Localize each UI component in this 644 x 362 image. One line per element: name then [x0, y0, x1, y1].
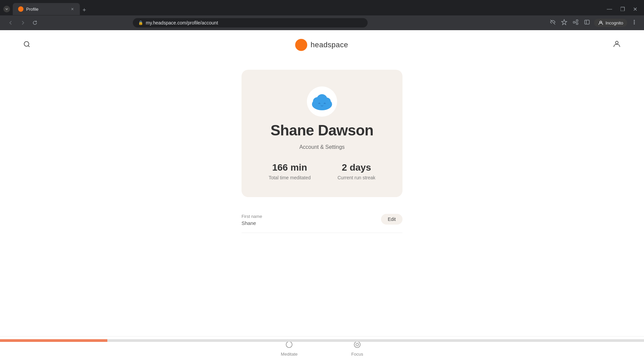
form-area: First name Shane Edit [241, 207, 402, 233]
svg-point-9 [24, 42, 29, 46]
focus-icon [353, 341, 361, 350]
back-btn[interactable] [5, 17, 16, 28]
svg-point-17 [356, 343, 359, 346]
meditate-icon [285, 341, 293, 350]
reload-btn[interactable] [30, 17, 40, 28]
tab-title: Profile [26, 7, 68, 12]
user-name: Shane Dawson [271, 122, 374, 139]
meditate-label: Meditate [281, 352, 298, 357]
page-content: headspace [0, 30, 644, 362]
nav-meditate[interactable]: Meditate [281, 341, 298, 357]
logo-text: headspace [311, 41, 348, 49]
bottom-section: First name Shane Edit [0, 197, 644, 233]
edit-button[interactable]: Edit [381, 214, 402, 225]
eye-slash-icon[interactable] [548, 18, 557, 28]
tab-bar-right: — ❐ ✕ [604, 5, 644, 14]
first-name-value: Shane [241, 220, 262, 226]
stats-row: 166 min Total time meditated 2 days Curr… [269, 162, 375, 180]
nav-buttons [5, 17, 40, 28]
stat-streak: 2 days Current run streak [337, 162, 375, 180]
url-bar[interactable]: 🔒 my.headspace.com/profile/account [133, 18, 368, 27]
svg-marker-0 [561, 19, 567, 25]
first-name-row: First name Shane Edit [241, 207, 402, 233]
active-tab[interactable]: Profile × [13, 3, 80, 15]
tab-group: Profile × + [13, 3, 89, 15]
svg-rect-1 [573, 21, 575, 23]
scroll-track [107, 339, 644, 342]
extensions-icon[interactable] [571, 18, 580, 28]
tab-bar: Profile × + — ❐ ✕ [0, 0, 644, 15]
svg-point-7 [634, 22, 635, 22]
tab-close-btn[interactable]: × [70, 6, 74, 12]
site-logo[interactable]: headspace [295, 39, 348, 51]
incognito-label: Incognito [605, 20, 623, 25]
svg-point-6 [634, 20, 635, 21]
new-tab-btn[interactable]: + [80, 5, 89, 15]
svg-point-8 [634, 23, 635, 24]
minimize-btn[interactable]: — [604, 5, 615, 13]
stat-meditated: 166 min Total time meditated [269, 162, 311, 180]
nav-focus[interactable]: Focus [351, 341, 363, 357]
lock-icon: 🔒 [138, 20, 143, 25]
tab-bar-left: Profile × + [0, 3, 89, 15]
svg-rect-2 [576, 20, 578, 21]
svg-point-10 [615, 41, 618, 44]
stat-streak-label: Current run streak [337, 175, 375, 180]
svg-point-15 [286, 342, 292, 348]
incognito-btn[interactable]: Incognito [594, 19, 627, 27]
svg-point-16 [354, 342, 360, 348]
bookmark-icon[interactable] [560, 18, 569, 28]
svg-rect-3 [576, 23, 578, 24]
menu-icon[interactable] [630, 18, 639, 28]
account-settings-link[interactable]: Account & Settings [299, 144, 344, 150]
profile-section: Shane Dawson Account & Settings 166 min … [0, 60, 644, 197]
sidebar-icon[interactable] [583, 18, 591, 28]
stat-meditated-label: Total time meditated [269, 175, 311, 180]
toolbar-icons: Incognito [548, 18, 639, 28]
site-header: headspace [0, 30, 644, 60]
first-name-label: First name [241, 214, 262, 219]
forward-btn[interactable] [17, 17, 28, 28]
scroll-progress [0, 339, 107, 342]
svg-point-14 [323, 98, 331, 106]
stat-streak-value: 2 days [342, 162, 371, 173]
address-bar: 🔒 my.headspace.com/profile/account Incog… [0, 15, 644, 30]
focus-label: Focus [351, 352, 363, 357]
profile-dropdown-btn[interactable] [3, 6, 10, 12]
first-name-info: First name Shane [241, 214, 262, 226]
close-btn[interactable]: ✕ [630, 5, 640, 14]
logo-circle [295, 39, 307, 51]
browser-chrome: Profile × + — ❐ ✕ 🔒 my.h [0, 0, 644, 30]
maximize-btn[interactable]: ❐ [618, 5, 628, 14]
profile-card: Shane Dawson Account & Settings 166 min … [241, 70, 402, 197]
user-icon[interactable] [610, 37, 624, 53]
url-text: my.headspace.com/profile/account [146, 20, 218, 25]
tab-favicon [18, 6, 23, 12]
stat-meditated-value: 166 min [272, 162, 307, 173]
svg-rect-4 [585, 20, 589, 24]
search-icon[interactable] [20, 38, 34, 53]
avatar-container [307, 86, 337, 117]
cloud-avatar [310, 92, 334, 112]
